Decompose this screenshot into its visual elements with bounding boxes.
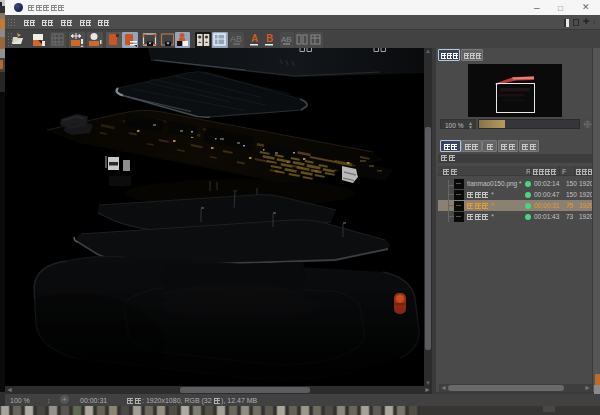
svg-text:AB: AB [281, 35, 292, 44]
svg-text:A: A [251, 33, 258, 44]
svg-text:B: B [266, 33, 273, 44]
svg-text:AB: AB [230, 34, 242, 44]
